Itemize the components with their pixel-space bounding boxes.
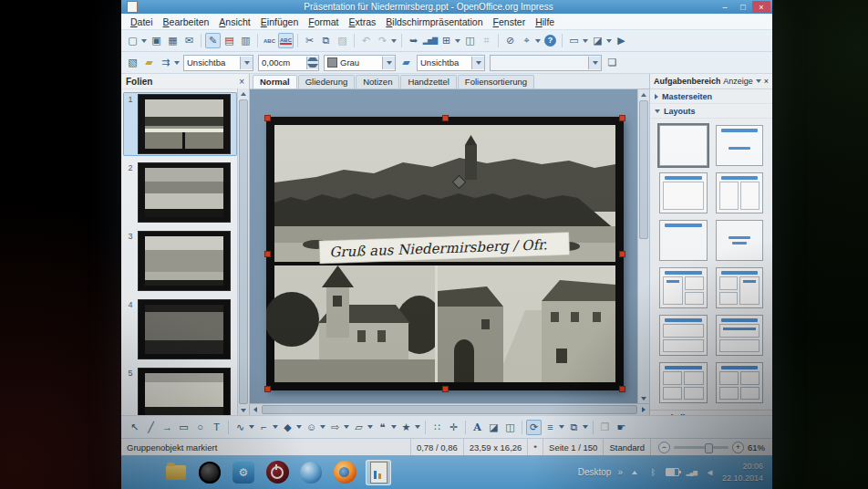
connector-icon[interactable]: ⌐ [256, 420, 272, 435]
slide-thumbnail-4[interactable]: 4 [123, 297, 237, 361]
redo-dropdown[interactable] [391, 39, 397, 43]
flowchart-dropdown[interactable] [367, 425, 373, 429]
rectangle-icon[interactable]: ▭ [176, 420, 191, 435]
tab-foliensortierung[interactable]: Foliensortierung [458, 75, 534, 88]
undo-icon[interactable]: ↶ [358, 33, 374, 48]
horizontal-scrollbar[interactable] [250, 403, 649, 415]
basic-shapes-icon[interactable]: ◆ [280, 420, 295, 435]
symbol-shapes-icon[interactable]: ☺ [304, 420, 319, 435]
layout-title-2cols[interactable] [716, 172, 764, 213]
scroll-down-icon[interactable] [238, 405, 249, 415]
shadow-icon[interactable]: ❏ [604, 55, 620, 70]
selection-handle-br[interactable] [619, 386, 625, 392]
task-pane-view-label[interactable]: Anzeige [723, 77, 753, 86]
arrowheads-icon[interactable]: ⇉ [158, 55, 173, 70]
vscroll-up-icon[interactable] [638, 89, 649, 99]
maximize-button[interactable]: □ [734, 1, 752, 13]
table-icon[interactable]: ⊞ [439, 33, 454, 48]
save-icon[interactable]: ▦ [165, 33, 181, 48]
stars-icon[interactable]: ★ [398, 420, 414, 435]
selection-handle-tr[interactable] [619, 115, 625, 121]
ellipse-icon[interactable]: ○ [192, 420, 208, 435]
menu-ansicht[interactable]: Ansicht [214, 16, 254, 28]
page-indicator[interactable]: Seite 1 / 150 [543, 439, 604, 455]
taskbar-clock[interactable]: 20:06 22.10.2014 [722, 461, 763, 483]
hscroll-right-icon[interactable] [638, 404, 649, 415]
fill-type-dropdown[interactable] [471, 57, 484, 69]
line-style-dropdown[interactable] [240, 57, 253, 69]
symbol-shapes-dropdown[interactable] [320, 425, 326, 429]
export-pdf-icon[interactable]: ▤ [222, 33, 237, 48]
layout-title-content[interactable] [716, 125, 764, 166]
styles-icon[interactable]: ▧ [125, 55, 140, 70]
taskbar-firefox-app[interactable] [332, 460, 357, 485]
taskbar-settings-app[interactable]: ⚙ [231, 460, 256, 485]
arrange-icon[interactable]: ⧉ [566, 420, 582, 435]
from-file-icon[interactable]: ◪ [486, 420, 501, 435]
fill-detail-select[interactable] [490, 55, 602, 71]
area-style-icon[interactable]: ▰ [398, 55, 414, 70]
align-dropdown[interactable] [559, 425, 564, 429]
gallery-icon[interactable]: ◫ [502, 420, 518, 435]
line-dialog-icon[interactable]: ▰ [141, 55, 157, 70]
basic-shapes-dropdown[interactable] [296, 425, 302, 429]
hyperlink-icon[interactable]: ➥ [406, 33, 421, 48]
new-slide-icon[interactable]: ▭ [566, 33, 582, 48]
gallery-icon[interactable]: ◫ [462, 33, 478, 48]
edit-points-icon[interactable]: ∷ [429, 420, 445, 435]
close-button[interactable]: × [752, 1, 770, 13]
taskbar-impress-app[interactable] [366, 460, 391, 485]
zoom-icon[interactable]: ⌖ [519, 33, 534, 48]
cursor-position[interactable]: 0,78 / 0,86 [411, 439, 464, 455]
layout-title-4content-alt[interactable] [716, 362, 764, 403]
selection-handle-tm[interactable] [442, 115, 449, 121]
layout-title-2rows-lined[interactable] [716, 315, 764, 356]
slide-design-dropdown[interactable] [606, 39, 612, 43]
slide-thumbnail-1[interactable]: 1 [123, 92, 237, 156]
desktop-overflow-icon[interactable]: » [617, 467, 623, 477]
slide-design-icon[interactable]: ◪ [590, 33, 605, 48]
layout-title-2rows[interactable] [659, 315, 708, 356]
menu-fenster[interactable]: Fenster [489, 16, 531, 28]
volume-icon[interactable]: ◄ [704, 466, 716, 479]
line-color-dropdown[interactable] [382, 57, 395, 69]
layout-title-4content[interactable] [659, 362, 708, 403]
slides-panel-scrollbar[interactable] [237, 88, 249, 415]
layout-blank[interactable] [659, 125, 708, 166]
width-down-icon[interactable] [307, 63, 318, 69]
width-up-icon[interactable] [307, 57, 318, 63]
layout-centered-text[interactable] [716, 220, 764, 261]
table-dropdown[interactable] [455, 39, 460, 43]
redo-icon[interactable]: ↷ [375, 33, 390, 48]
selection-handle-mr[interactable] [619, 251, 625, 257]
taskbar-power-app[interactable] [264, 460, 290, 485]
open-document-icon[interactable]: ▣ [149, 33, 164, 48]
desktop-toolbar-label[interactable]: Desktop [578, 467, 612, 477]
flowchart-icon[interactable]: ▱ [351, 420, 367, 435]
paste-icon[interactable]: ▨ [335, 33, 350, 48]
zoom-out-icon[interactable]: − [658, 442, 670, 453]
edit-file-icon[interactable]: ✎ [205, 33, 221, 48]
callouts-dropdown[interactable] [391, 425, 397, 429]
email-icon[interactable]: ✉ [181, 33, 197, 48]
auto-spellcheck-icon[interactable]: ABC [278, 33, 294, 48]
slide-thumbnail-3[interactable]: 3 [123, 229, 237, 293]
slide-canvas[interactable]: Gruß aus Niedermirsberg / Ofr. [250, 89, 637, 403]
minimize-button[interactable]: – [716, 1, 734, 13]
zoom-in-icon[interactable]: + [732, 442, 744, 453]
line-arrow-icon[interactable]: → [160, 420, 175, 435]
cut-icon[interactable]: ✂ [302, 33, 317, 48]
connector-dropdown[interactable] [273, 425, 278, 429]
selection-handle-tl[interactable] [264, 115, 271, 121]
bluetooth-icon[interactable]: ᛒ [647, 466, 659, 479]
menu-bearbeiten[interactable]: Bearbeiten [159, 16, 214, 28]
start-presentation-icon[interactable]: ▶ [614, 33, 629, 48]
line-style-select[interactable]: Unsichtba [183, 55, 253, 71]
task-pane-view-dropdown-icon[interactable] [756, 79, 761, 83]
menu-extras[interactable]: Extras [345, 16, 381, 28]
battery-icon[interactable] [666, 466, 679, 479]
hscroll-left-icon[interactable] [250, 404, 261, 415]
selection-handle-bm[interactable] [442, 386, 449, 392]
menu-datei[interactable]: Datei [126, 16, 158, 28]
vscroll-thumb[interactable] [639, 100, 648, 239]
